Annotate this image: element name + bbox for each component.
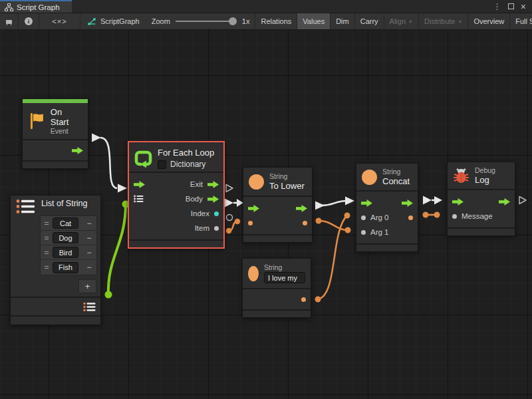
value-output-port[interactable]: [303, 221, 307, 225]
list-row: = Bird −: [41, 245, 96, 260]
chevron-down-icon: ▼: [458, 19, 462, 24]
string-type-icon: [248, 266, 259, 281]
node-footer: [23, 162, 88, 168]
flow-output-port[interactable]: [207, 196, 219, 203]
titlebar-spacer: [72, 0, 487, 13]
zoom-value: 1x: [242, 17, 250, 25]
wire-end-dot: [344, 213, 350, 219]
carry-button[interactable]: Carry: [355, 13, 384, 29]
wire-literal-to-arg0[interactable]: [318, 215, 347, 299]
node-string-literal[interactable]: String I love my: [242, 258, 311, 318]
remove-item-button[interactable]: −: [84, 233, 94, 243]
value-input-port[interactable]: [452, 214, 457, 219]
flow-output-port[interactable]: [499, 198, 510, 205]
node-title: Concat: [382, 176, 410, 186]
string-value-input[interactable]: I love my: [264, 272, 305, 283]
node-list-of-string[interactable]: List of String = Cat − = Dog − = Bird − …: [10, 195, 101, 325]
value-output-port[interactable]: [408, 215, 413, 220]
align-button[interactable]: Align ▼: [384, 13, 419, 29]
values-button[interactable]: Values: [297, 13, 331, 29]
wire-tolower-to-concat[interactable]: [321, 201, 346, 205]
value-output-port[interactable]: [301, 297, 306, 302]
relations-button[interactable]: Relations: [255, 13, 297, 29]
port-label: Message: [462, 212, 493, 220]
wire-start-triangle: [225, 199, 233, 207]
node-footer: [129, 241, 223, 247]
node-footer: [243, 235, 312, 242]
unconnected-flow-marker: [226, 185, 233, 192]
drag-handle[interactable]: =: [43, 219, 51, 228]
list-item-input[interactable]: Fish: [53, 262, 78, 273]
node-title: For Each Loop: [158, 148, 214, 158]
wire-start-triangle: [315, 201, 325, 210]
flow-output-port[interactable]: [296, 205, 307, 212]
value-output-port[interactable]: [214, 226, 219, 231]
list-item-input[interactable]: Cat: [53, 217, 78, 229]
flow-input-port[interactable]: [134, 181, 145, 188]
flow-input-port[interactable]: [452, 198, 464, 205]
flow-output-port[interactable]: [207, 181, 219, 188]
info-button[interactable]: i: [19, 13, 39, 29]
flow-output-port[interactable]: [402, 200, 413, 207]
port-label: Index: [191, 209, 209, 217]
list-item-input[interactable]: Dog: [53, 232, 78, 243]
close-icon[interactable]: ×: [521, 2, 526, 11]
port-label: Body: [186, 195, 203, 203]
drag-handle[interactable]: =: [43, 248, 51, 257]
node-footer: [11, 317, 100, 325]
value-output-port[interactable]: [214, 211, 219, 216]
flow-output-port[interactable]: [72, 147, 83, 154]
list-input-port[interactable]: [134, 195, 144, 203]
node-for-each-loop[interactable]: For Each Loop Dictionary Exit: [128, 141, 225, 249]
value-input-port[interactable]: [248, 221, 253, 225]
flow-input-port[interactable]: [361, 200, 372, 207]
window-menu-icon[interactable]: ⋮: [493, 3, 501, 11]
dim-button[interactable]: Dim: [331, 13, 355, 29]
drag-handle[interactable]: =: [43, 263, 51, 272]
node-title: To Lower: [269, 181, 305, 191]
node-footer: [448, 229, 515, 235]
node-string-concat[interactable]: String Concat Arg 0 Arg 1: [356, 163, 418, 252]
node-string-to-lower[interactable]: String To Lower: [243, 167, 313, 243]
lock-button[interactable]: [0, 13, 19, 29]
zoom-slider-knob[interactable]: [229, 17, 237, 25]
wire-list-to-foreach[interactable]: [108, 204, 126, 295]
graph-canvas[interactable]: On Start Event List of String: [0, 30, 532, 399]
node-debug-log[interactable]: Debug Log Message: [447, 162, 515, 236]
value-input-port[interactable]: [361, 215, 366, 220]
remove-item-button[interactable]: −: [84, 219, 94, 228]
zoom-slider[interactable]: [176, 17, 237, 25]
wire-onstart-to-foreach[interactable]: [100, 138, 117, 188]
value-input-port[interactable]: [361, 230, 366, 235]
tab-script-graph[interactable]: Script Graph: [0, 0, 72, 13]
dictionary-checkbox[interactable]: [158, 160, 166, 169]
info-icon: i: [25, 17, 33, 25]
list-item-input[interactable]: Bird: [53, 247, 78, 258]
flag-icon: [28, 112, 45, 130]
string-type-icon: [249, 174, 264, 190]
wire-end-dot: [105, 291, 112, 299]
add-item-button[interactable]: +: [78, 279, 96, 293]
maximize-icon[interactable]: [508, 3, 514, 9]
string-type-icon: [362, 170, 377, 185]
node-on-start[interactable]: On Start Event: [22, 98, 88, 169]
remove-item-button[interactable]: −: [84, 263, 94, 272]
graph-breadcrumb[interactable]: ScriptGraph: [80, 13, 146, 29]
wire-end-dot: [316, 218, 322, 224]
remove-item-button[interactable]: −: [84, 248, 94, 257]
node-subtitle: Event: [51, 127, 82, 135]
distribute-button[interactable]: Distribute ▼: [419, 13, 468, 29]
drag-handle[interactable]: =: [43, 233, 51, 243]
overview-button[interactable]: Overview: [468, 13, 510, 29]
list-output-port[interactable]: [83, 302, 96, 312]
code-view-button[interactable]: <×>: [39, 13, 80, 29]
wire-end-dot: [235, 219, 241, 225]
wire-start-triangle: [423, 196, 432, 205]
fullscreen-button[interactable]: Full Screen: [510, 13, 532, 29]
list-row: = Fish −: [41, 260, 96, 275]
lock-icon: [6, 17, 12, 25]
bug-icon: [453, 167, 469, 184]
flow-input-port[interactable]: [248, 205, 259, 212]
wire-arrowhead: [118, 184, 127, 193]
node-type-label: Debug: [475, 166, 495, 174]
